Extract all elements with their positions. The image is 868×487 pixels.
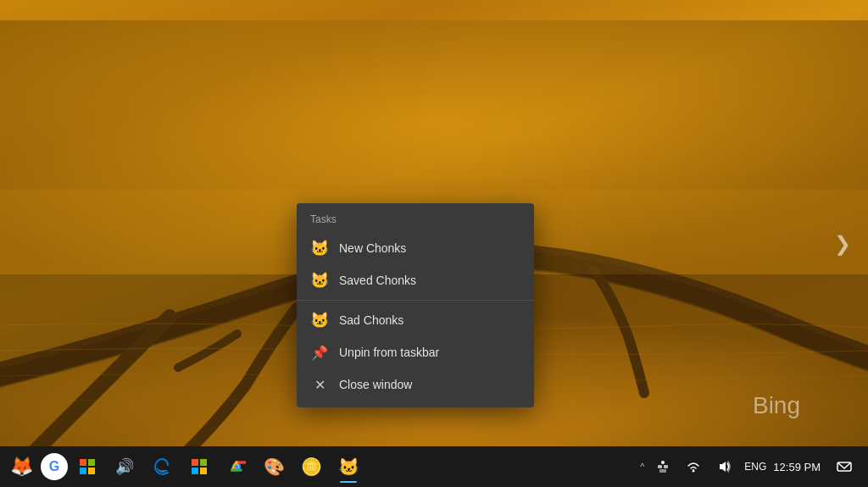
taskbar-chonks[interactable]: 🐱 <box>331 449 366 484</box>
taskbar-volume[interactable]: 🔊 <box>107 449 142 484</box>
taskbar-notification[interactable] <box>831 449 858 484</box>
taskbar-firefox[interactable]: 🦊 <box>3 449 39 484</box>
svg-point-25 <box>693 470 695 473</box>
context-menu: Tasks 🐱 New Chonks 🐱 Saved Chonks 🐱 Sad … <box>297 203 534 407</box>
svg-rect-17 <box>200 468 207 474</box>
bing-watermark: Bing <box>753 392 800 419</box>
unpin-icon: 📌 <box>310 343 329 362</box>
taskbar-coin[interactable]: 🪙 <box>293 449 329 484</box>
svg-rect-22 <box>658 465 662 468</box>
close-window-icon: ✕ <box>310 375 329 394</box>
menu-item-close-window[interactable]: ✕ Close window <box>297 368 534 401</box>
desktop: Bing ❯ Tasks 🐱 New Chonks 🐱 Saved Chonks… <box>0 0 868 487</box>
svg-rect-15 <box>200 459 207 466</box>
taskbar-language[interactable]: ENG <box>741 449 770 484</box>
menu-item-saved-chonks[interactable]: 🐱 Saved Chonks <box>297 264 534 296</box>
sad-chonks-label: Sad Chonks <box>339 313 403 327</box>
taskbar-windows2[interactable] <box>181 449 217 484</box>
svg-rect-23 <box>664 465 668 468</box>
new-chonks-label: New Chonks <box>339 241 406 255</box>
svg-rect-14 <box>192 459 198 466</box>
new-chonks-icon: 🐱 <box>310 239 329 257</box>
sad-chonks-icon: 🐱 <box>310 311 329 329</box>
saved-chonks-label: Saved Chonks <box>339 274 416 287</box>
taskbar-speaker-icon[interactable] <box>710 449 737 484</box>
svg-point-20 <box>235 465 239 469</box>
taskbar-windows[interactable] <box>70 449 105 484</box>
taskbar-right: ^ <box>638 449 865 484</box>
taskbar-edge[interactable] <box>144 449 180 484</box>
svg-rect-16 <box>192 468 198 474</box>
saved-chonks-icon: 🐱 <box>310 271 329 290</box>
close-window-label: Close window <box>339 378 412 391</box>
menu-section-label: Tasks <box>297 210 534 232</box>
svg-rect-24 <box>659 469 666 473</box>
taskbar-chrome[interactable] <box>219 449 254 484</box>
svg-rect-21 <box>661 461 665 464</box>
taskbar-wifi-icon[interactable] <box>680 449 707 484</box>
taskbar: 🦊 G 🔊 <box>0 446 868 487</box>
svg-rect-10 <box>80 459 86 466</box>
taskbar-chevron[interactable]: ^ <box>638 462 646 472</box>
menu-item-unpin[interactable]: 📌 Unpin from taskbar <box>297 336 534 368</box>
taskbar-paint[interactable]: 🎨 <box>256 449 292 484</box>
unpin-label: Unpin from taskbar <box>339 346 439 359</box>
svg-rect-13 <box>88 468 95 474</box>
menu-divider-1 <box>297 300 534 301</box>
menu-item-new-chonks[interactable]: 🐱 New Chonks <box>297 232 534 264</box>
taskbar-clock[interactable]: 12:59 PM <box>773 461 827 473</box>
menu-item-sad-chonks[interactable]: 🐱 Sad Chonks <box>297 304 534 336</box>
nav-arrow[interactable]: ❯ <box>834 232 851 256</box>
svg-rect-11 <box>88 459 95 466</box>
clock-time: 12:59 PM <box>773 461 821 473</box>
taskbar-google[interactable]: G <box>41 453 68 480</box>
svg-rect-12 <box>80 468 86 474</box>
taskbar-network-icon[interactable] <box>649 449 676 484</box>
